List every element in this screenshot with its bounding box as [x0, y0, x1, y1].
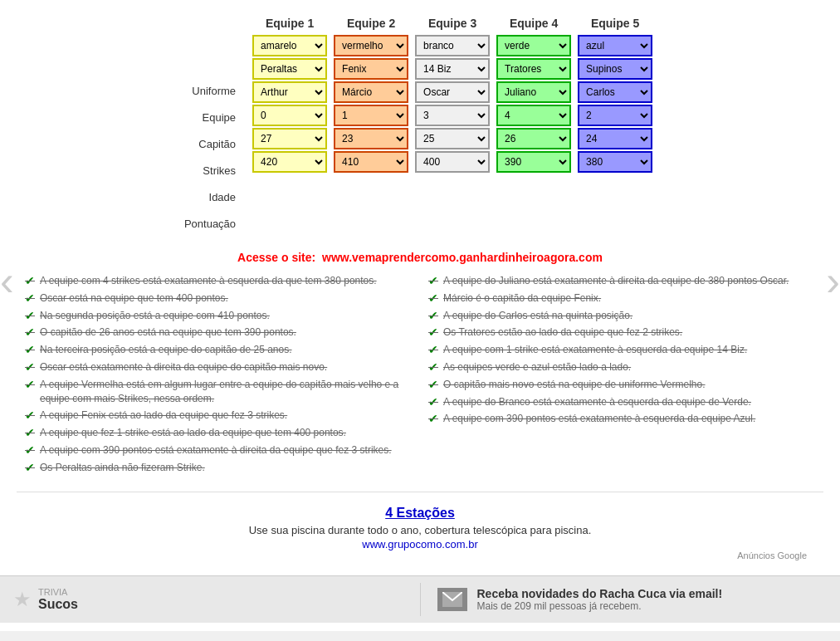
clue-item: ✔Oscar está na equipe que tem 400 pontos…	[25, 291, 412, 306]
clue-item: ✔A equipe Vermelha está em algum lugar e…	[25, 378, 412, 406]
clue-text: O capitão de 26 anos está na equipe que …	[40, 325, 296, 340]
team2-idade[interactable]: 23	[334, 128, 408, 149]
clue-text: A equipe do Juliano está exatamente à di…	[443, 274, 789, 288]
label-equipe: Equipe	[184, 105, 242, 130]
clues-left-column: ✔A equipe com 4 strikes está exatamente …	[25, 274, 412, 478]
clue-text: Os Peraltas ainda não fizeram Strike.	[40, 461, 205, 475]
clue-item: ✔A equipe Fenix está ao lado da equipe q…	[25, 409, 412, 423]
team5-pontuacao[interactable]: 380	[578, 151, 652, 173]
team3-uniforme[interactable]: branco	[415, 35, 490, 56]
clue-item: ✔Márcio é o capitão da equipe Fenix.	[428, 291, 815, 306]
footer-divider	[420, 583, 421, 616]
team4-uniforme[interactable]: verde	[496, 35, 571, 56]
team3-equipe[interactable]: 14 Biz	[415, 58, 490, 80]
check-icon: ✔	[428, 360, 438, 374]
team3-capitao[interactable]: Oscar	[415, 81, 490, 103]
email-icon	[437, 588, 467, 611]
team1-uniforme[interactable]: amarelo	[252, 35, 327, 56]
clue-item: ✔O capitão mais novo está na equipe de u…	[428, 378, 815, 392]
clue-item: ✔O capitão de 26 anos está na equipe que…	[25, 325, 412, 340]
check-icon: ✔	[25, 426, 35, 439]
clue-text: A equipe com 1 strike está exatamente à …	[443, 343, 747, 357]
clues-right-column: ✔A equipe do Juliano está exatamente à d…	[428, 274, 815, 478]
team5-idade[interactable]: 24	[578, 128, 652, 149]
team4-header: Equipe 4	[510, 17, 558, 30]
check-icon: ✔	[428, 291, 438, 305]
team5-uniforme[interactable]: azul	[578, 35, 652, 56]
label-idade: Idade	[184, 184, 242, 209]
team2-header: Equipe 2	[347, 17, 395, 30]
clue-text: A equipe Fenix está ao lado da equipe qu…	[40, 409, 287, 423]
team2-uniforme[interactable]: vermelho	[334, 35, 408, 56]
team1-pontuacao[interactable]: 420	[252, 151, 327, 173]
clue-item: ✔A equipe do Carlos está na quinta posiç…	[428, 309, 815, 323]
team3-pontuacao[interactable]: 400	[415, 151, 490, 173]
check-icon: ✔	[25, 325, 35, 339]
label-strikes: Strikes	[184, 158, 242, 183]
clue-text: A equipe com 4 strikes está exatamente à…	[40, 274, 377, 288]
check-icon: ✔	[428, 309, 438, 322]
clue-text: A equipe com 390 pontos está exatamente …	[40, 443, 392, 458]
check-icon: ✔	[25, 378, 35, 391]
clue-item: ✔Na segunda posição está a equipe com 41…	[25, 309, 412, 323]
promo-url: www.vemaprendercomo.ganhardinheiroagora.…	[322, 251, 603, 264]
check-icon: ✔	[428, 395, 438, 409]
clue-text: A equipe do Branco está exatamente à esq…	[443, 395, 751, 409]
check-icon: ✔	[25, 461, 35, 474]
clue-text: As equipes verde e azul estão lado a lad…	[443, 360, 631, 374]
footer-trivia-label: TRIVIA	[38, 587, 78, 597]
footer-email-subtitle: Mais de 209 mil pessoas já recebem.	[477, 600, 723, 612]
clue-item: ✔A equipe do Branco está exatamente à es…	[428, 395, 815, 409]
check-icon: ✔	[25, 291, 35, 305]
clue-text: O capitão mais novo está na equipe de un…	[443, 378, 706, 392]
ad-link[interactable]: www.grupocomo.com.br	[17, 538, 823, 550]
promo-text: Acesse o site:	[237, 251, 315, 264]
team2-strikes[interactable]: 1	[334, 105, 408, 126]
nav-arrow-left[interactable]: ‹	[0, 257, 14, 305]
team4-strikes[interactable]: 4	[496, 105, 571, 126]
check-icon: ✔	[428, 412, 438, 425]
team1-capitao[interactable]: Arthur	[252, 81, 327, 103]
footer-left: ★ TRIVIA Sucos	[13, 587, 403, 612]
team4-idade[interactable]: 26	[496, 128, 571, 149]
team1-strikes[interactable]: 0	[252, 105, 327, 126]
label-capitao: Capitão	[184, 131, 242, 156]
google-ads-label: Anúncios Google	[17, 550, 823, 560]
team4-pontuacao[interactable]: 390	[496, 151, 571, 173]
clue-text: A equipe com 390 pontos está exatamente …	[443, 412, 755, 426]
clue-text: Na segunda posição está a equipe com 410…	[40, 309, 270, 323]
clue-text: Os Tratores estão ao lado da equipe que …	[443, 325, 682, 340]
check-icon: ✔	[25, 274, 35, 287]
clue-item: ✔A equipe com 1 strike está exatamente à…	[428, 343, 815, 357]
clue-item: ✔A equipe que fez 1 strike está ao lado …	[25, 426, 412, 440]
clue-item: ✔A equipe com 390 pontos está exatamente…	[25, 443, 412, 458]
star-icon: ★	[13, 588, 32, 611]
team2-pontuacao[interactable]: 410	[334, 151, 408, 173]
clue-item: ✔A equipe do Juliano está exatamente à d…	[428, 274, 815, 288]
team2-equipe[interactable]: Fenix	[334, 58, 408, 80]
check-icon: ✔	[25, 409, 35, 422]
team5-header: Equipe 5	[591, 17, 639, 30]
promo-banner: Acesse o site: www.vemaprendercomo.ganha…	[0, 246, 840, 269]
footer-sucos-label: Sucos	[38, 597, 78, 612]
clue-item: ✔A equipe com 4 strikes está exatamente …	[25, 274, 412, 288]
team5-strikes[interactable]: 2	[578, 105, 652, 126]
footer-email-title: Receba novidades do Racha Cuca via email…	[477, 587, 723, 600]
team1-idade[interactable]: 27	[252, 128, 327, 149]
team1-equipe[interactable]: Peraltas	[252, 58, 327, 80]
ad-title[interactable]: 4 Estações	[17, 506, 823, 521]
nav-arrow-right[interactable]: ›	[826, 257, 840, 305]
team3-header: Equipe 3	[428, 17, 476, 30]
clue-text: Na terceira posição está a equipe do cap…	[40, 343, 292, 357]
team5-capitao[interactable]: Carlos	[578, 81, 652, 103]
team3-idade[interactable]: 25	[415, 128, 490, 149]
team5-equipe[interactable]: Supinos	[578, 58, 652, 80]
check-icon: ✔	[428, 325, 438, 339]
ad-text: Use sua piscina durante todo o ano, cobe…	[17, 524, 823, 536]
team4-capitao[interactable]: Juliano	[496, 81, 571, 103]
check-icon: ✔	[25, 443, 35, 457]
clue-item: ✔Oscar está exatamente à direita da equi…	[25, 360, 412, 374]
team3-strikes[interactable]: 3	[415, 105, 490, 126]
team4-equipe[interactable]: Tratores	[496, 58, 571, 80]
team2-capitao[interactable]: Márcio	[334, 81, 408, 103]
